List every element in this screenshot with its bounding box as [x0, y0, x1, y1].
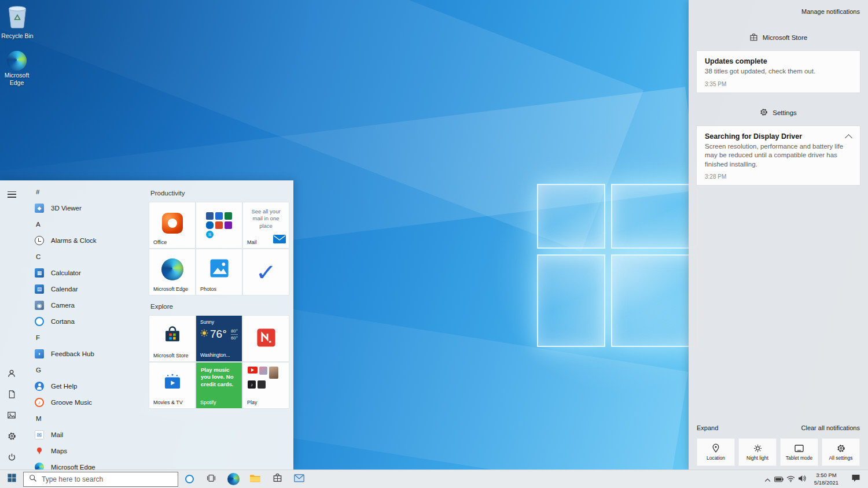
settings-button[interactable] [0, 427, 23, 448]
speaker-icon [798, 474, 806, 485]
tile-photos[interactable]: Photos [196, 249, 242, 295]
expand-link[interactable]: Expand [697, 424, 718, 431]
start-app-list: #3D ViewerAAlarms & ClockCCalculatorCale… [23, 180, 146, 469]
tile-microsoft-store[interactable]: Microsoft Store [149, 316, 195, 361]
manage-notifications-link[interactable]: Manage notifications [801, 8, 860, 15]
quick-action-tablet-mode[interactable]: Tablet mode [780, 438, 818, 466]
quick-action-night-light[interactable]: Night light [738, 438, 777, 466]
location-icon [712, 443, 720, 453]
clear-all-notifications-link[interactable]: Clear all notifications [801, 424, 860, 431]
office-apps-icons [206, 212, 232, 238]
app-item-camera[interactable]: Camera [30, 297, 146, 313]
task-view-button[interactable] [200, 470, 222, 488]
user-icon [7, 369, 16, 380]
tile-movies-tv[interactable]: Movies & TV [149, 363, 195, 408]
app-list-header-f[interactable]: F [30, 330, 146, 346]
tile-mail[interactable]: See all your mail in one place Mail [243, 202, 289, 248]
app-list-header-g[interactable]: G [30, 362, 146, 378]
app-item-label: Camera [51, 302, 75, 309]
start-menu-expand-button[interactable] [0, 184, 23, 205]
hidden-icons-button[interactable] [762, 470, 773, 488]
app-item-get-help[interactable]: Get Help [30, 378, 146, 394]
app-item-calendar[interactable]: Calendar [30, 281, 146, 297]
3d-viewer-icon [35, 204, 44, 213]
onedrive-icon [206, 221, 214, 229]
desktop-icon-label: Microsoft Edge [0, 72, 34, 86]
notification-group-header[interactable]: Microsoft Store [689, 32, 868, 43]
notification-group-header[interactable]: Settings [689, 108, 868, 118]
app-item-groove-music[interactable]: Groove Music [30, 394, 146, 411]
weather-location: Washington... [200, 352, 230, 358]
tile-news[interactable] [243, 316, 289, 361]
tile-microsoft-edge[interactable]: Microsoft Edge [149, 249, 195, 295]
app-item-calculator[interactable]: Calculator [30, 265, 146, 281]
quick-action-location[interactable]: Location [697, 438, 735, 466]
tile-group-label-productivity[interactable]: Productivity [150, 190, 289, 198]
notification-card[interactable]: Searching for Display Driver Screen reso… [697, 126, 860, 186]
action-center-bottom: Expand Clear all notifications LocationN… [689, 424, 868, 469]
edge-icon [7, 51, 27, 71]
battery-tray-button[interactable] [773, 470, 785, 488]
file-explorer-button[interactable] [244, 470, 266, 488]
tile-to-do[interactable] [243, 249, 289, 295]
photos-icon [209, 258, 229, 280]
action-center-button[interactable] [845, 470, 867, 488]
quick-action-all-settings[interactable]: All settings [822, 438, 860, 466]
desktop-icon-microsoft-edge[interactable]: Microsoft Edge [0, 51, 38, 86]
account-button[interactable] [0, 364, 23, 385]
app-list-header-m[interactable]: M [30, 411, 146, 427]
app-item-label: Maps [51, 448, 67, 454]
quick-action-label: Tablet mode [786, 455, 812, 461]
windows-logo-pane [611, 254, 698, 347]
quick-action-label: Night light [746, 455, 768, 461]
app-item-3d-viewer[interactable]: 3D Viewer [30, 200, 146, 216]
weather-temp: 76° [210, 328, 227, 341]
taskbar-edge-button[interactable] [222, 470, 244, 488]
power-icon [8, 453, 16, 464]
tile-office-apps[interactable] [196, 202, 242, 248]
app-item-edge[interactable]: Microsoft Edge [30, 459, 146, 469]
notification-card[interactable]: Updates complete 38 titles got updated, … [697, 51, 860, 93]
app-list-header-c[interactable]: C [30, 249, 146, 265]
taskbar-search-box[interactable] [23, 472, 178, 487]
notification-group-microsoft-store: Microsoft Store Updates complete 38 titl… [689, 32, 868, 93]
app-item-feedback-hub[interactable]: Feedback Hub [30, 346, 146, 362]
powerpoint-icon [215, 221, 223, 229]
app-item-label: Get Help [51, 383, 77, 390]
app-list-header-num[interactable]: # [30, 184, 146, 200]
tile-spotify[interactable]: Play music you love. No credit cards. Sp… [196, 363, 242, 408]
desktop-icon-recycle-bin[interactable]: Recycle Bin [0, 3, 38, 40]
taskbar-store-button[interactable] [266, 470, 288, 488]
tile-play[interactable]: Play [243, 363, 289, 408]
app-list-header-a[interactable]: A [30, 216, 146, 232]
tile-office[interactable]: Office [149, 202, 195, 248]
taskbar-clock[interactable]: 3:50 PM 5/18/2021 [808, 472, 845, 486]
calculator-icon [35, 268, 44, 278]
weather-condition: Sunny [200, 319, 238, 325]
app-item-cortana[interactable]: Cortana [30, 313, 146, 330]
edge-icon [161, 258, 183, 280]
feedback-hub-icon [35, 349, 44, 358]
app-item-label: Calendar [51, 286, 78, 293]
app-item-mail[interactable]: Mail [30, 427, 146, 443]
cortana-button[interactable] [178, 470, 200, 488]
app-item-maps[interactable]: Maps [30, 443, 146, 459]
app-item-alarms-clock[interactable]: Alarms & Clock [30, 232, 146, 249]
pictures-button[interactable] [0, 406, 23, 427]
power-button[interactable] [0, 448, 23, 468]
search-input[interactable] [42, 475, 172, 483]
store-icon [273, 473, 282, 485]
start-button[interactable] [0, 470, 23, 488]
windows-logo-pane [611, 184, 698, 249]
store-icon [163, 326, 182, 347]
volume-tray-button[interactable] [796, 470, 808, 488]
documents-button[interactable] [0, 385, 23, 406]
network-tray-button[interactable] [785, 470, 796, 488]
tile-weather[interactable]: Sunny 76° 80° 60° Washington... [196, 316, 242, 361]
taskbar-mail-button[interactable] [288, 470, 310, 488]
tile-group-label-explore[interactable]: Explore [150, 303, 289, 311]
notification-body: Screen resolution, performance and batte… [705, 142, 852, 169]
app-list-header-label: M [36, 415, 42, 422]
notification-time: 3:28 PM [705, 173, 852, 180]
battery-icon [774, 474, 784, 485]
